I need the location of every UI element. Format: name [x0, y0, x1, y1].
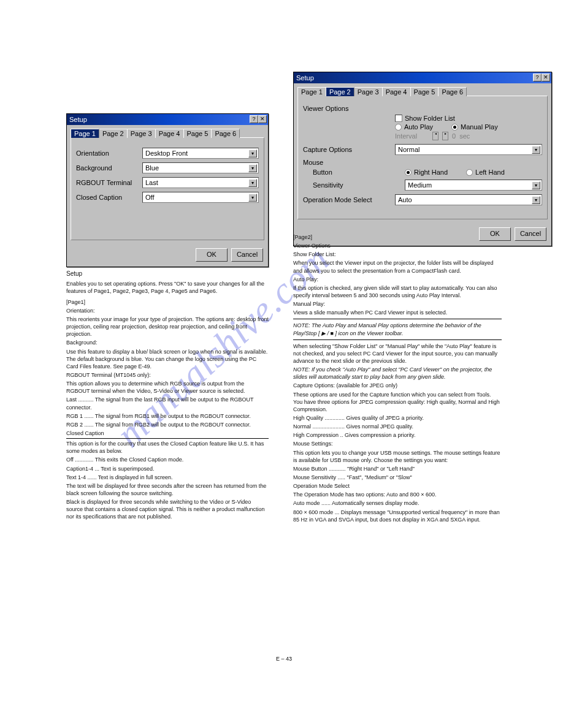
close-icon[interactable]: ✕ [542, 74, 550, 82]
manual-h: Manual Play: [293, 300, 502, 308]
opmode-combo[interactable]: Auto ▾ [395, 194, 542, 205]
capture-combo[interactable]: Normal ▾ [395, 144, 542, 155]
tab-page3[interactable]: Page 3 [354, 87, 383, 96]
cancel-button[interactable]: Cancel [231, 248, 263, 262]
background-value: Blue [145, 164, 159, 172]
dialog-title: Setup [296, 72, 314, 83]
caption-p1: This option is for the country that uses… [66, 440, 269, 455]
tab-page2[interactable]: Page 2 [326, 87, 354, 96]
right-hand-label: Right Hand [414, 169, 448, 176]
chevron-down-icon[interactable]: ▾ [248, 194, 257, 202]
manual-play-label: Manual Play [461, 123, 498, 131]
caption-combo[interactable]: Off ▾ [142, 192, 259, 203]
chevron-down-icon[interactable]: ▾ [532, 196, 540, 204]
tab-page5[interactable]: Page 5 [183, 129, 212, 138]
page-number: E – 43 [276, 656, 292, 662]
opmode-label: Operation Mode Select [303, 196, 395, 203]
interval-value: 0 [452, 132, 456, 140]
dialog-title: Setup [69, 114, 87, 125]
left-hand-radio[interactable] [466, 169, 473, 176]
capture-p: These options are used for the Capture f… [293, 391, 502, 413]
cancel-button[interactable]: Cancel [515, 227, 546, 241]
interval-spinner-down[interactable]: ◂ [432, 132, 439, 140]
right-hand-radio[interactable] [405, 169, 412, 176]
chevron-down-icon[interactable]: ▾ [248, 179, 257, 187]
opmode-value: Auto [398, 196, 412, 203]
caption-value: Off [145, 194, 154, 201]
rgbout-p: This option allows you to determine whic… [66, 380, 269, 395]
page1-heading: [Page1] [66, 298, 269, 306]
viewer-options-label: Viewer Options [303, 105, 542, 112]
orientation-h: Orientation: [66, 307, 269, 314]
chevron-down-icon[interactable]: ▾ [248, 164, 257, 172]
caption-cap: Caption1-4 ... Text is superimposed. [66, 465, 269, 472]
tab-page6[interactable]: Page 6 [438, 87, 467, 96]
nosel-p1: When selecting "Show Folder List" or "Ma… [293, 343, 502, 365]
tab-page1[interactable]: Page 1 [71, 129, 99, 138]
tab-page6[interactable]: Page 6 [211, 129, 240, 138]
button-label: Button [303, 169, 405, 176]
interval-spinner-up[interactable]: ▸ [442, 132, 448, 140]
left-text-column: Setup Enables you to set operating optio… [66, 268, 269, 522]
orientation-label: Orientation [76, 150, 142, 157]
rgbout-rgb2: RGB 2 ...... The signal from RGB2 will b… [66, 421, 269, 428]
opmode-auto: Auto mode ...... Automatically senses di… [293, 499, 502, 507]
setup-desc: Enables you to set operating options. Pr… [66, 280, 269, 295]
rgbout-value: Last [145, 179, 158, 186]
show-folder-h: Show Folder List: [293, 251, 502, 258]
auto-play-label: Auto Play [404, 123, 433, 131]
close-icon[interactable]: ✕ [258, 115, 267, 123]
mouse-label: Mouse [303, 159, 542, 166]
tab-page4[interactable]: Page 4 [155, 129, 184, 138]
rgbout-last: Last .......... The signal from the last… [66, 396, 269, 411]
chevron-down-icon[interactable]: ▾ [248, 150, 257, 157]
sensitivity-combo[interactable]: Medium ▾ [405, 180, 542, 191]
tab-page4[interactable]: Page 4 [382, 87, 411, 96]
orientation-p: This reorients your image for your type … [66, 316, 269, 338]
tab-page3[interactable]: Page 3 [127, 129, 156, 138]
mouse-sens: Mouse Sensitivity ..... "Fast", "Medium"… [293, 474, 502, 481]
mouse-h: Mouse Settings: [293, 440, 502, 447]
auto-play-radio[interactable] [395, 124, 402, 131]
manual-play-radio[interactable] [451, 124, 458, 131]
orientation-combo[interactable]: Desktop Front ▾ [142, 148, 259, 159]
caption-label: Closed Caption [76, 194, 142, 201]
capture-options-label: Capture Options [303, 146, 395, 153]
background-label: Background [76, 164, 142, 172]
chevron-down-icon[interactable]: ▾ [532, 146, 540, 154]
rgbout-label: RGBOUT Terminal [76, 179, 142, 186]
tabstrip: Page 1 Page 2 Page 3 Page 4 Page 5 Page … [297, 87, 548, 96]
setup-heading: Setup [66, 270, 269, 278]
rgbout-combo[interactable]: Last ▾ [142, 177, 259, 188]
titlebar: Setup ? ✕ [294, 72, 551, 83]
page2-heading: [Page2] [293, 233, 502, 241]
capture-hq: High Quality ............. Gives quality… [293, 414, 502, 422]
tab-page2[interactable]: Page 2 [99, 129, 128, 138]
mouse-btn: Mouse Button ........... "Right Hand" or… [293, 465, 502, 472]
help-icon[interactable]: ? [533, 74, 542, 82]
help-icon[interactable]: ? [250, 115, 258, 123]
mouse-p: This option lets you to change your USB … [293, 449, 502, 464]
background-p: Use this feature to display a blue/ blac… [66, 348, 269, 370]
rgbout-rgb1: RGB 1 ...... The signal from RGB1 will b… [66, 412, 269, 420]
auto-h: Auto Play: [293, 276, 502, 283]
capture-value: Normal [398, 146, 419, 153]
chevron-down-icon[interactable]: ▾ [532, 181, 540, 189]
opmode-h: Operation Mode Select [293, 482, 502, 490]
right-text-column: [Page2] Viewer Options Show Folder List:… [293, 230, 502, 525]
tabstrip: Page 1 Page 2 Page 3 Page 4 Page 5 Page … [71, 129, 264, 138]
capture-hc: High Compression .. Gives compression a … [293, 431, 502, 439]
caption-txt: Text 1-4 ...... Text is displayed in ful… [66, 474, 269, 481]
opmode-800: 800 × 600 mode ... Displays message "Uns… [293, 509, 502, 523]
ok-button[interactable]: OK [196, 248, 228, 262]
show-folder-checkbox[interactable] [395, 115, 402, 122]
tab-page5[interactable]: Page 5 [410, 87, 439, 96]
auto-p: If this option is checked, any given sli… [293, 284, 502, 299]
manual-p: Views a slide manually when PC Card View… [293, 309, 502, 316]
caption-p3: Black is displayed for three seconds whi… [66, 498, 269, 520]
tab-page1[interactable]: Page 1 [297, 87, 326, 96]
sensitivity-value: Medium [408, 181, 432, 189]
background-combo[interactable]: Blue ▾ [142, 162, 259, 173]
capture-n: Normal ..................... Gives norma… [293, 423, 502, 430]
show-folder-p: When you select the Viewer input on the … [293, 259, 502, 274]
